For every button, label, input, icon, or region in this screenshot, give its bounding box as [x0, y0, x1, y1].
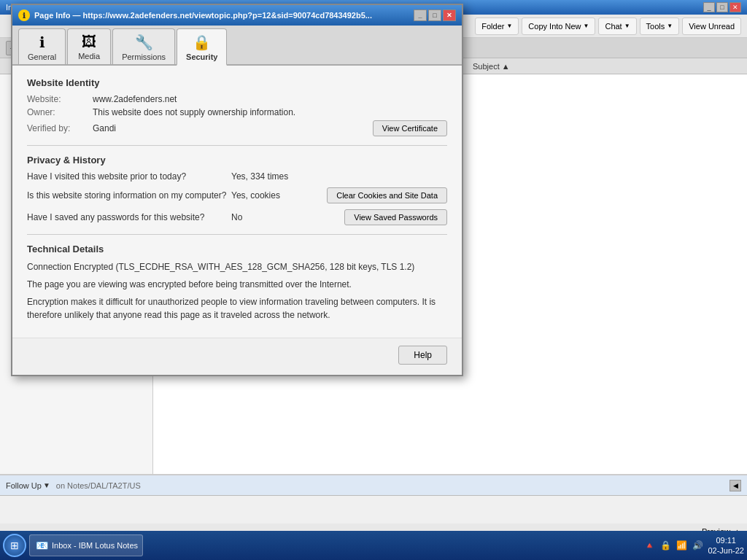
verified-value: Gandi — [93, 123, 116, 133]
tabs-bar: ℹ General 🖼 Media 🔧 Permissions 🔒 Securi… — [12, 26, 462, 66]
verified-label: Verified by: — [27, 123, 93, 133]
privacy-q2: Is this website storing information on m… — [27, 190, 231, 201]
follow-up-bar: Follow Up ▼ on Notes/DAL/TA2T/US ◀ — [0, 475, 747, 496]
privacy-q3: Have I saved any passwords for this webs… — [27, 212, 231, 222]
bottom-panel: Follow Up ▼ on Notes/DAL/TA2T/US ◀ Previ… — [0, 474, 747, 540]
notes-icon: 📧 — [34, 538, 49, 553]
website-value: www.2adefenders.net — [93, 94, 177, 104]
privacy-row-3: Have I saved any passwords for this webs… — [27, 209, 447, 225]
dialog-maximize-btn[interactable]: □ — [428, 9, 441, 21]
bg-maximize-btn[interactable]: □ — [716, 2, 728, 12]
tray-icon-1: 🔺 — [643, 540, 655, 551]
clock-date: 02-Jun-22 — [708, 545, 744, 556]
tech-line3: Encryption makes it difficult for unauth… — [27, 295, 447, 322]
media-tab-label: Media — [78, 52, 100, 61]
follow-up-note: on Notes/DAL/TA2T/US — [56, 481, 141, 490]
privacy-a1: Yes, 334 times — [231, 171, 319, 182]
divider-1 — [27, 145, 447, 146]
permissions-tab-label: Permissions — [122, 52, 166, 61]
general-tab-icon: ℹ — [39, 34, 45, 51]
security-tab-icon: 🔒 — [193, 34, 211, 51]
bg-minimize-btn[interactable]: _ — [703, 2, 715, 12]
privacy-a3: No — [231, 212, 319, 222]
tab-permissions[interactable]: 🔧 Permissions — [112, 28, 175, 64]
tray-icon-volume: 🔊 — [692, 540, 703, 551]
technical-title: Technical Details — [27, 244, 447, 254]
owner-value: This website does not supply ownership i… — [93, 107, 295, 117]
privacy-row-1: Have I visited this website prior to tod… — [27, 171, 447, 182]
owner-label: Owner: — [27, 107, 93, 117]
tools-btn[interactable]: Tools▼ — [640, 18, 680, 35]
tech-line1: Connection Encrypted (TLS_ECDHE_RSA_WITH… — [27, 260, 447, 273]
taskbar-app-label: Inbox - IBM Lotus Notes — [52, 541, 138, 550]
dialog-title: Page Info — https://www.2adefenders.net/… — [34, 11, 372, 20]
divider-2 — [27, 234, 447, 235]
owner-row: Owner: This website does not supply owne… — [27, 107, 447, 117]
taskbar-app-notes[interactable]: 📧 Inbox - IBM Lotus Notes — [29, 534, 143, 556]
dialog-minimize-btn[interactable]: _ — [414, 9, 427, 21]
privacy-q1: Have I visited this website prior to tod… — [27, 171, 231, 182]
tab-general[interactable]: ℹ General — [18, 28, 66, 64]
privacy-title: Privacy & History — [27, 155, 447, 166]
follow-up-label: Follow Up — [6, 481, 42, 490]
website-label: Website: — [27, 94, 93, 104]
dialog-footer: Help — [12, 338, 462, 375]
view-saved-passwords-btn[interactable]: View Saved Passwords — [344, 209, 447, 225]
tray-icon-2: 🔒 — [659, 540, 671, 551]
help-btn[interactable]: Help — [398, 346, 447, 365]
dialog-title-icon: ℹ — [18, 9, 30, 21]
media-tab-icon: 🖼 — [82, 34, 96, 50]
clear-cookies-btn[interactable]: Clear Cookies and Site Data — [327, 187, 447, 203]
copy-into-new-btn[interactable]: Copy Into New▼ — [522, 18, 595, 35]
bottom-collapse-btn[interactable]: ◀ — [729, 480, 741, 491]
folder-btn[interactable]: Folder▼ — [475, 18, 519, 35]
website-row: Website: www.2adefenders.net — [27, 94, 447, 104]
subject-column[interactable]: Subject ▲ — [467, 62, 516, 71]
general-tab-label: General — [28, 52, 56, 61]
dialog-content: Website Identity Website: www.2adefender… — [12, 66, 462, 338]
permissions-tab-icon: 🔧 — [135, 34, 153, 51]
follow-up-arrow[interactable]: ▼ — [43, 481, 50, 489]
verified-row: Verified by: Gandi View Certificate — [27, 120, 447, 136]
tab-media[interactable]: 🖼 Media — [67, 28, 111, 64]
clock: 09:11 02-Jun-22 — [708, 535, 744, 556]
chat-btn[interactable]: Chat▼ — [598, 18, 636, 35]
tech-line2: The page you are viewing was encrypted b… — [27, 278, 447, 291]
tab-security[interactable]: 🔒 Security — [177, 28, 227, 66]
privacy-a2: Yes, cookies — [231, 190, 319, 201]
dialog-titlebar: ℹ Page Info — https://www.2adefenders.ne… — [12, 5, 462, 26]
view-unread-btn[interactable]: View Unread — [682, 18, 741, 35]
page-info-dialog: ℹ Page Info — https://www.2adefenders.ne… — [11, 4, 463, 376]
website-identity-title: Website Identity — [27, 77, 447, 88]
tray-icon-wifi: 📶 — [676, 540, 687, 551]
bg-close-btn[interactable]: ✕ — [729, 2, 741, 12]
privacy-row-2: Is this website storing information on m… — [27, 187, 447, 203]
clock-time: 09:11 — [708, 535, 744, 545]
taskbar-right: 🔺 🔒 📶 🔊 09:11 02-Jun-22 — [643, 535, 744, 556]
start-button[interactable]: ⊞ — [3, 534, 26, 557]
security-tab-label: Security — [186, 52, 217, 61]
dialog-close-btn[interactable]: ✕ — [443, 9, 456, 21]
view-certificate-btn[interactable]: View Certificate — [373, 120, 447, 136]
taskbar: ⊞ 📧 Inbox - IBM Lotus Notes 🔺 🔒 📶 🔊 09:1… — [0, 531, 747, 560]
